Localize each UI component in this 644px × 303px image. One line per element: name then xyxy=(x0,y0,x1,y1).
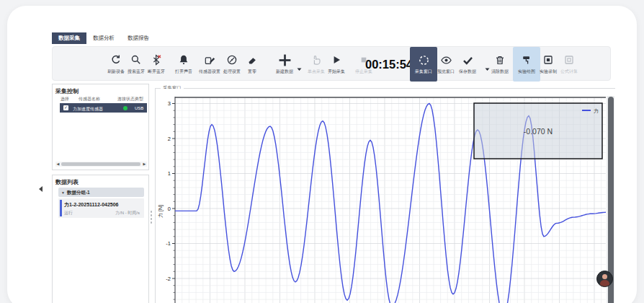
plus-icon xyxy=(278,53,292,66)
new-data-button[interactable]: 新建数据 xyxy=(276,47,293,82)
play-icon xyxy=(331,53,342,66)
experiment-plot-label: 实验绘图 xyxy=(518,69,535,75)
search-bluetooth-label: 搜索蓝牙 xyxy=(128,69,145,75)
sensor-name: 力加速度传感器 xyxy=(73,106,103,113)
tab-2[interactable]: 数据报告 xyxy=(121,32,156,44)
hand-icon xyxy=(310,53,322,66)
avatar-person-icon xyxy=(602,274,607,279)
experiment-record-label: 实验录制 xyxy=(540,69,557,75)
experiment-record-button[interactable]: 实验录制 xyxy=(540,47,557,82)
y-axis-label: 力 [N] xyxy=(158,205,164,218)
zero-set-button[interactable]: 置零 xyxy=(246,47,258,82)
horizontal-scrollbar[interactable]: ◀ ▶ xyxy=(55,162,147,167)
eye-icon xyxy=(440,53,452,66)
single-point-collect-button[interactable]: 单点采集 xyxy=(308,47,325,82)
single-point-collect-label: 单点采集 xyxy=(308,69,325,75)
collect-control-title: 采集控制 xyxy=(53,84,148,95)
sound-toggle-button[interactable]: 打开声音 xyxy=(175,47,192,82)
svg-text:3: 3 xyxy=(168,100,171,107)
item-accent-bar xyxy=(60,200,62,216)
record-icon xyxy=(542,53,554,66)
caret-down-icon[interactable] xyxy=(297,61,302,74)
formula-calc-button[interactable]: 公式计算 xyxy=(560,47,578,82)
bell-icon xyxy=(178,53,189,66)
main-toolbar: 00:15:54 刷新设备搜索蓝牙断开蓝牙打开声音传感器设置处理设置置零新建数据… xyxy=(52,46,611,81)
collect-window-button[interactable]: 采集窗口 xyxy=(410,47,437,82)
data-list-title: 数据列表 xyxy=(53,175,148,186)
zero-set-label: 置零 xyxy=(248,69,256,75)
process-settings-label: 处理设置 xyxy=(223,69,241,75)
item-title: 力1-2-20251112-042506 xyxy=(64,201,119,208)
sensor-settings-label: 传感器设置 xyxy=(199,69,220,75)
refresh-device-button[interactable]: 刷新设备 xyxy=(107,47,125,82)
collect-window-groupbox: 采集窗口 力加速度传感器 - XHSP-V10HID_path_-1981348… xyxy=(155,88,615,303)
stop-icon xyxy=(359,53,369,66)
col-sensor-name: 传感器名称 xyxy=(79,96,100,102)
assistant-avatar-button[interactable] xyxy=(596,271,613,287)
start-collect-label: 开始采集 xyxy=(328,69,345,75)
data-run-item[interactable]: 力1-2-20251112-042506 运行 力/N - 时间/s xyxy=(58,198,144,218)
collect-window-label: 采集窗口 xyxy=(415,69,432,75)
collapse-sidebar-icon[interactable] xyxy=(39,186,43,192)
force-time-chart[interactable]: 3210-1-2力 [N]-0.070 N力 xyxy=(156,89,616,303)
stop-collect-label: 停止采集 xyxy=(355,69,372,75)
collect-control-panel: 采集控制 选择 传感器名称 连接状态 类型 ✓ 力加速度传感器 USB ◀ ▶ xyxy=(52,84,149,170)
svg-text:-1: -1 xyxy=(166,240,171,247)
disconnect-bluetooth-label: 断开蓝牙 xyxy=(148,69,165,75)
caret-down-icon[interactable] xyxy=(485,61,490,74)
sensor-checkbox[interactable]: ✓ xyxy=(63,105,68,110)
sensor-type: USB xyxy=(135,106,143,110)
sensor-table-row[interactable]: ✓ 力加速度传感器 USB xyxy=(60,103,147,113)
preview-window-button[interactable]: 预览窗口 xyxy=(437,47,455,82)
sensor-icon xyxy=(204,53,215,66)
panel-splitter[interactable] xyxy=(150,211,153,224)
save-data-button[interactable]: 保存数据 xyxy=(459,47,476,82)
status-dot xyxy=(123,106,128,110)
scroll-thumb[interactable] xyxy=(61,162,140,166)
search-icon xyxy=(130,53,142,66)
refresh-icon xyxy=(110,53,122,66)
refresh-device-label: 刷新设备 xyxy=(107,69,125,75)
dial-icon xyxy=(226,53,238,66)
clear-data-label: 清除数据 xyxy=(491,69,509,75)
tab-0[interactable]: 数据采集 xyxy=(52,32,86,44)
process-settings-button[interactable]: 处理设置 xyxy=(223,47,241,82)
start-collect-button[interactable]: 开始采集 xyxy=(328,47,345,82)
item-status: 运行 xyxy=(64,210,73,216)
svg-text:2: 2 xyxy=(168,136,171,142)
new-data-label: 新建数据 xyxy=(276,69,293,75)
group-label: 数据分组-1 xyxy=(67,190,90,195)
bluetooth-off-icon xyxy=(151,53,162,66)
svg-text:0: 0 xyxy=(168,206,171,212)
check-icon xyxy=(462,53,474,66)
experiment-plot-button[interactable]: 实验绘图 xyxy=(513,47,540,82)
formula-calc-label: 公式计算 xyxy=(560,69,578,75)
data-list-panel: 数据列表 ▼数据分组-1 力1-2-20251112-042506 运行 力/N… xyxy=(52,175,149,303)
col-type: 类型 xyxy=(135,96,143,102)
scroll-right-icon[interactable]: ▶ xyxy=(142,162,147,167)
legend-label: 力 xyxy=(594,108,599,113)
main-tabbar: 数据采集数据分析数据报告 xyxy=(52,32,156,44)
disconnect-bluetooth-button[interactable]: 断开蓝牙 xyxy=(148,47,165,82)
group-collapse-icon[interactable]: ▼ xyxy=(58,190,67,195)
eraser-icon xyxy=(246,53,258,66)
tab-1[interactable]: 数据分析 xyxy=(86,32,121,44)
scroll-left-icon[interactable]: ◀ xyxy=(55,162,61,167)
svg-text:-2: -2 xyxy=(166,276,171,282)
sensor-settings-button[interactable]: 传感器设置 xyxy=(199,47,220,82)
dashed-circle-icon xyxy=(418,53,430,66)
col-status: 连接状态 xyxy=(117,96,135,102)
search-bluetooth-button[interactable]: 搜索蓝牙 xyxy=(128,47,145,82)
col-select: 选择 xyxy=(61,96,69,102)
formula-icon xyxy=(563,53,575,66)
item-axes: 力/N - 时间/s xyxy=(115,210,140,216)
svg-text:1: 1 xyxy=(168,170,171,177)
clear-data-button[interactable]: 清除数据 xyxy=(491,47,509,82)
data-group-header[interactable]: ▼数据分组-1 xyxy=(58,188,144,197)
save-data-label: 保存数据 xyxy=(459,69,476,75)
sound-toggle-label: 打开声音 xyxy=(175,69,192,75)
stop-collect-button[interactable]: 停止采集 xyxy=(355,47,372,82)
brush-icon xyxy=(521,53,532,66)
trash-icon xyxy=(494,53,506,66)
measurement-annotation: -0.070 N xyxy=(524,127,553,136)
